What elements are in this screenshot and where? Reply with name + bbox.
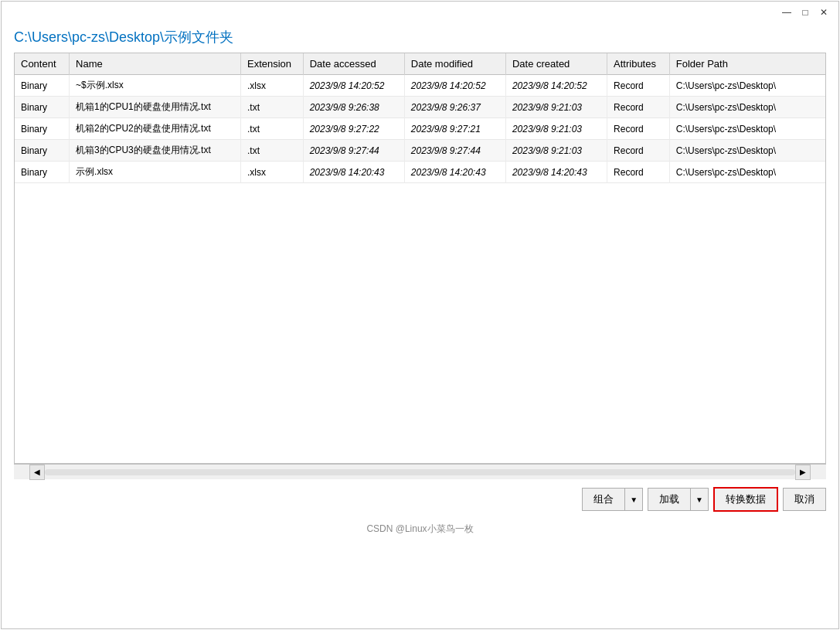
maximize-button[interactable]: □ (797, 4, 814, 21)
combine-dropdown-button[interactable]: ▼ (624, 489, 642, 510)
cell-date_accessed: 2023/9/8 9:27:22 (303, 118, 404, 140)
col-header-extension[interactable]: Extension (240, 53, 303, 75)
cell-date_accessed: 2023/9/8 14:20:43 (303, 162, 404, 183)
table-row[interactable]: Binary示例.xlsx.xlsx2023/9/8 14:20:432023/… (15, 162, 825, 183)
cancel-button[interactable]: 取消 (783, 488, 826, 511)
watermark: CSDN @Linux小菜鸟一枚 (2, 519, 838, 539)
combine-button-group: 组合 ▼ (582, 488, 643, 511)
cell-extension: .xlsx (240, 75, 303, 97)
cell-folder_path: C:\Users\pc-zs\Desktop\ (669, 118, 825, 140)
col-header-date-created[interactable]: Date created (505, 53, 607, 75)
close-button[interactable]: ✕ (815, 4, 832, 21)
cell-date_created: 2023/9/8 14:20:52 (505, 75, 607, 97)
cell-extension: .txt (240, 140, 303, 162)
cell-date_created: 2023/9/8 9:21:03 (505, 118, 607, 140)
cell-content: Binary (15, 162, 70, 183)
cell-folder_path: C:\Users\pc-zs\Desktop\ (669, 97, 825, 118)
cell-attributes: Record (607, 75, 670, 97)
scroll-track[interactable] (45, 469, 795, 475)
col-header-folder-path[interactable]: Folder Path (669, 53, 825, 75)
cell-folder_path: C:\Users\pc-zs\Desktop\ (669, 75, 825, 97)
cell-date_modified: 2023/9/8 9:27:44 (404, 140, 505, 162)
file-table-container: Content Name Extension Date accessed Dat… (14, 53, 826, 464)
cell-date_accessed: 2023/9/8 9:26:38 (303, 97, 404, 118)
table-row[interactable]: Binary~$示例.xlsx.xlsx2023/9/8 14:20:52202… (15, 75, 825, 97)
title-bar: — □ ✕ (2, 2, 838, 23)
cell-attributes: Record (607, 140, 670, 162)
cell-date_created: 2023/9/8 9:21:03 (505, 140, 607, 162)
table-row[interactable]: Binary机箱3的CPU3的硬盘使用情况.txt.txt2023/9/8 9:… (15, 140, 825, 162)
bottom-toolbar: 组合 ▼ 加载 ▼ 转换数据 取消 (2, 479, 838, 519)
cell-folder_path: C:\Users\pc-zs\Desktop\ (669, 162, 825, 183)
cell-attributes: Record (607, 118, 670, 140)
cell-name: 示例.xlsx (70, 162, 241, 183)
scroll-left-button[interactable]: ◀ (29, 465, 45, 480)
cell-date_modified: 2023/9/8 14:20:52 (404, 75, 505, 97)
cell-name: 机箱2的CPU2的硬盘使用情况.txt (70, 118, 241, 140)
cell-extension: .txt (240, 118, 303, 140)
col-header-name[interactable]: Name (70, 53, 241, 75)
table-header-row: Content Name Extension Date accessed Dat… (15, 53, 825, 75)
horizontal-scrollbar[interactable]: ◀ ▶ (14, 464, 826, 479)
cell-content: Binary (15, 97, 70, 118)
table-wrapper: Content Name Extension Date accessed Dat… (15, 53, 825, 463)
cell-date_modified: 2023/9/8 14:20:43 (404, 162, 505, 183)
cell-name: ~$示例.xlsx (70, 75, 241, 97)
path-header: C:\Users\pc-zs\Desktop\示例文件夹 (2, 23, 838, 53)
cell-attributes: Record (607, 97, 670, 118)
file-table: Content Name Extension Date accessed Dat… (15, 53, 825, 183)
table-row[interactable]: Binary机箱1的CPU1的硬盘使用情况.txt.txt2023/9/8 9:… (15, 97, 825, 118)
cell-date_created: 2023/9/8 14:20:43 (505, 162, 607, 183)
convert-button[interactable]: 转换数据 (713, 487, 778, 512)
cell-content: Binary (15, 140, 70, 162)
cell-attributes: Record (607, 162, 670, 183)
cell-date_accessed: 2023/9/8 9:27:44 (303, 140, 404, 162)
cell-extension: .txt (240, 97, 303, 118)
window-controls: — □ ✕ (778, 4, 832, 21)
minimize-button[interactable]: — (778, 4, 795, 21)
cell-date_modified: 2023/9/8 9:26:37 (404, 97, 505, 118)
col-header-attributes[interactable]: Attributes (607, 53, 670, 75)
load-dropdown-button[interactable]: ▼ (690, 489, 708, 510)
cell-folder_path: C:\Users\pc-zs\Desktop\ (669, 140, 825, 162)
table-row[interactable]: Binary机箱2的CPU2的硬盘使用情况.txt.txt2023/9/8 9:… (15, 118, 825, 140)
cell-date_modified: 2023/9/8 9:27:21 (404, 118, 505, 140)
col-header-date-accessed[interactable]: Date accessed (303, 53, 404, 75)
cell-date_created: 2023/9/8 9:21:03 (505, 97, 607, 118)
col-header-date-modified[interactable]: Date modified (404, 53, 505, 75)
cell-content: Binary (15, 75, 70, 97)
load-button-group: 加载 ▼ (648, 488, 709, 511)
cell-content: Binary (15, 118, 70, 140)
scroll-right-button[interactable]: ▶ (795, 465, 811, 480)
cell-date_accessed: 2023/9/8 14:20:52 (303, 75, 404, 97)
combine-button[interactable]: 组合 (583, 489, 624, 510)
load-button[interactable]: 加载 (648, 489, 690, 510)
cell-name: 机箱3的CPU3的硬盘使用情况.txt (70, 140, 241, 162)
col-header-content[interactable]: Content (15, 53, 70, 75)
cell-name: 机箱1的CPU1的硬盘使用情况.txt (70, 97, 241, 118)
cell-extension: .xlsx (240, 162, 303, 183)
